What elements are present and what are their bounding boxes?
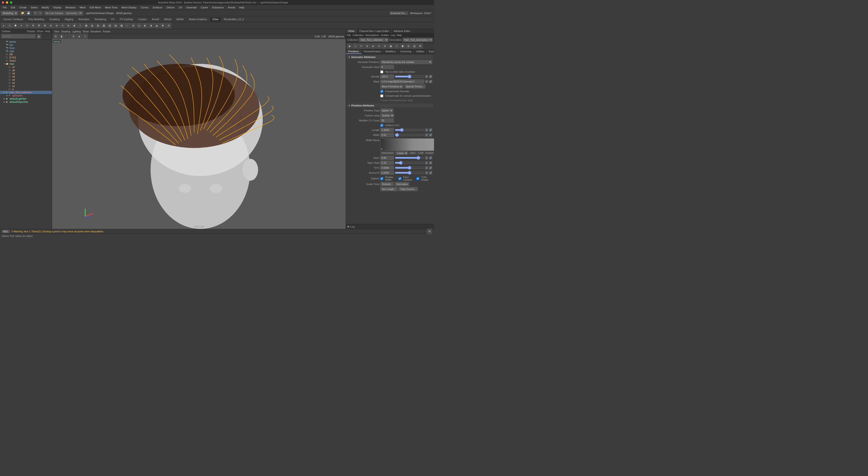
generator-attributes-header[interactable]: ▼ Generator Attributes	[347, 55, 433, 59]
outliner-show-menu[interactable]: Show	[37, 30, 43, 33]
modifier-cv-input[interactable]	[380, 119, 394, 123]
rebuild-btn[interactable]: Rebuild...	[380, 182, 394, 186]
tab-renderman_22_6[interactable]: RenderMan_22_6	[221, 17, 246, 22]
menu-item-modify[interactable]: Modify	[40, 6, 51, 9]
tilt-n-menu-icon[interactable]: ⊞	[425, 166, 428, 169]
menu-item-substance[interactable]: Substance	[210, 6, 226, 9]
tree-item-head[interactable]: ⬡Head	[0, 59, 52, 62]
prim-attr-header[interactable]: ▼ Primitive Attributes	[347, 103, 433, 107]
taper-link-icon[interactable]: 🔗	[429, 156, 432, 159]
xgen-icon-11[interactable]: ⊞	[406, 43, 411, 49]
tree-item-xpgroom[interactable]: ▶✦xpGroom	[0, 94, 52, 97]
tilt-n-slider[interactable]	[395, 166, 424, 169]
tilt-n-input[interactable]	[380, 166, 394, 170]
tree-item-hair_test_collection[interactable]: ▶✦Hair_Test_collection	[0, 91, 52, 94]
tree-item-side[interactable]: 📷side	[0, 50, 52, 53]
comp-normals-checkbox[interactable]	[380, 90, 383, 93]
gen-prim-dropdown[interactable]: Randomly across the surface	[380, 60, 432, 64]
console-icon[interactable]: ⊞	[427, 229, 432, 234]
mode-label[interactable]: MEL	[2, 230, 10, 233]
tab-mash[interactable]: MASH	[174, 17, 186, 22]
vp-header-lighting[interactable]: Lighting	[72, 30, 81, 33]
tab-rigging[interactable]: Rigging	[62, 17, 76, 22]
menu-item-mesh-tools[interactable]: Mesh Tools	[103, 6, 119, 9]
tab-xgen[interactable]: XGen	[210, 17, 221, 22]
xgen-menu-collection[interactable]: Collection	[353, 34, 364, 36]
xgen-log-section[interactable]: ▶ Log	[346, 224, 434, 229]
around-n-slider[interactable]	[395, 171, 424, 174]
tree-item-hair[interactable]: ▼📁Hair	[0, 62, 52, 65]
tab-motion-graphics[interactable]: Motion Graphics	[186, 17, 210, 22]
xgen-icon-4[interactable]: ⊕	[365, 43, 370, 49]
comp-uneven-checkbox[interactable]	[380, 94, 383, 97]
normalize-btn[interactable]: Normalize	[395, 182, 409, 186]
menu-item-edit[interactable]: Edit	[9, 6, 17, 9]
uniform-cvs-checkbox[interactable]	[380, 124, 383, 127]
taper-start-menu-icon[interactable]: ⊞	[425, 161, 428, 164]
tree-item-defaultobjectset[interactable]: ▶◉defaultObjectSet	[0, 100, 52, 103]
redo-btn[interactable]: ↪	[38, 11, 42, 15]
xgen-tool-20[interactable]: ▩	[119, 23, 124, 28]
tab-sculpting[interactable]: Sculpting	[47, 17, 62, 22]
menu-item-generate[interactable]: Generate	[184, 6, 198, 9]
menu-item-file[interactable]: File	[1, 6, 9, 9]
xgen-menu-guides[interactable]: Guides	[381, 34, 389, 36]
mask-menu-icon[interactable]: ⊞	[425, 80, 428, 83]
menu-item-create[interactable]: Create	[18, 6, 29, 9]
xgen-tool-25[interactable]: ◑	[148, 23, 154, 28]
xgen-tool-24[interactable]: ◐	[142, 23, 148, 28]
xgen-icon-6[interactable]: ✦	[376, 43, 382, 49]
xgen-menu-log[interactable]: Log	[391, 34, 395, 36]
xgen-menu-file[interactable]: File	[347, 34, 351, 36]
tree-item-a2[interactable]: ⬡a2	[0, 81, 52, 85]
length-input[interactable]	[380, 128, 394, 132]
xgen-subtab-preview/output[interactable]: Preview/Output	[362, 50, 383, 54]
maximize-button[interactable]	[10, 1, 12, 4]
xgen-icon-9[interactable]: ◊	[394, 43, 399, 49]
width-ramp-display[interactable]: R T	[380, 138, 434, 151]
xgen-tool-10[interactable]: ⊘	[60, 23, 65, 28]
taper-menu-icon[interactable]: ⊞	[425, 156, 428, 159]
density-input[interactable]	[380, 74, 394, 78]
xgen-icon-2[interactable]: ⬡	[353, 43, 358, 49]
mask-link-icon[interactable]: 🔗	[429, 80, 432, 83]
around-n-menu-icon[interactable]: ⊞	[425, 171, 428, 174]
xgen-tool-27[interactable]: ◓	[160, 23, 165, 28]
xgen-icon-1[interactable]: ◉	[347, 43, 352, 49]
xgen-menu-descriptions[interactable]: Descriptions	[365, 34, 379, 36]
more-primitives-btn[interactable]: More Primitives at	[380, 85, 403, 89]
xgen-tool-13[interactable]: ◊	[78, 23, 83, 28]
tilt-n-link-icon[interactable]: 🔗	[429, 166, 432, 169]
xgen-tool-21[interactable]: ◌	[125, 23, 130, 28]
xgen-tool-15[interactable]: ▤	[89, 23, 95, 28]
vp-tool-5[interactable]: ◈	[76, 34, 82, 39]
outliner-search-btn[interactable]: ⊞	[37, 34, 41, 39]
vp-header-shading[interactable]: Shading	[61, 30, 70, 33]
taper-start-link-icon[interactable]: 🔗	[429, 161, 432, 164]
menu-item-display[interactable]: Display	[52, 6, 63, 9]
mode-dropdown[interactable]: Modeling	[1, 11, 18, 15]
undo-btn[interactable]: ↩	[33, 11, 38, 15]
vp-wireframe-btn[interactable]: ⬡	[83, 34, 88, 39]
xgen-subtab-expressions[interactable]: Expressions	[427, 50, 434, 54]
control-using-dropdown[interactable]: Guides	[380, 114, 394, 118]
taper-slider[interactable]	[395, 156, 424, 159]
xgen-tool-22[interactable]: ◍	[130, 23, 136, 28]
tree-item-a6[interactable]: ⬡a6	[0, 69, 52, 72]
collection-dropdown[interactable]: Hair_Test_collection	[359, 38, 389, 42]
close-button[interactable]	[2, 1, 4, 4]
xgen-tool-26[interactable]: ◒	[154, 23, 159, 28]
taper-start-slider[interactable]	[395, 161, 424, 164]
length-slider[interactable]	[395, 128, 424, 132]
xgen-icon-5[interactable]: ◈	[370, 43, 376, 49]
tab-rendering[interactable]: Rendering	[92, 17, 109, 22]
width-menu-icon[interactable]: ⊞	[425, 133, 428, 136]
menu-item-arnold[interactable]: Arnold	[226, 6, 237, 9]
tree-item-a3[interactable]: ⬡a3	[0, 78, 52, 81]
face-camera-checkbox[interactable]	[398, 177, 401, 180]
tree-item-front[interactable]: 📷front	[0, 46, 52, 50]
density-menu-icon[interactable]: ⊞	[425, 75, 428, 78]
menu-item-uv[interactable]: UV	[177, 6, 184, 9]
flip-checkbox[interactable]	[380, 70, 383, 73]
vp-tool-2[interactable]: ◧	[59, 34, 64, 39]
